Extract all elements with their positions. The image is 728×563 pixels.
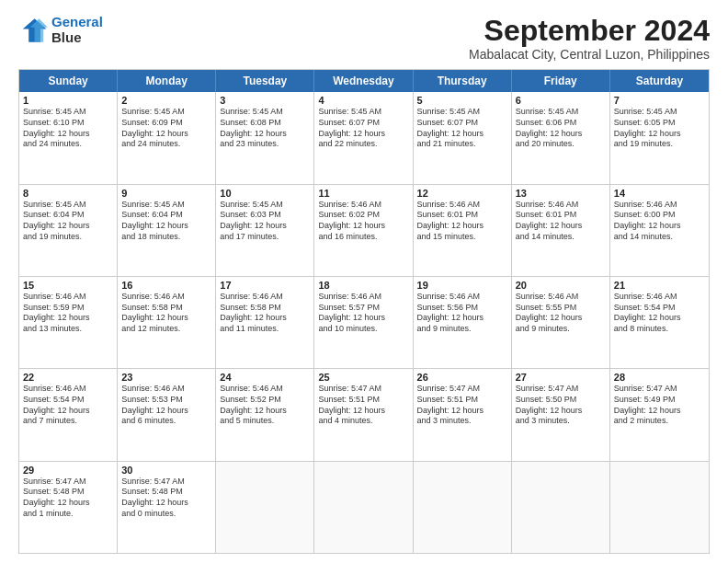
- calendar-cell: 20Sunrise: 5:46 AM Sunset: 5:55 PM Dayli…: [512, 277, 610, 368]
- day-number: 25: [318, 372, 408, 383]
- calendar-cell: 19Sunrise: 5:46 AM Sunset: 5:56 PM Dayli…: [414, 277, 512, 368]
- cell-info: Sunrise: 5:45 AM Sunset: 6:06 PM Dayligh…: [516, 107, 606, 150]
- calendar-row-4: 22Sunrise: 5:46 AM Sunset: 5:54 PM Dayli…: [19, 368, 709, 460]
- calendar-cell: 9Sunrise: 5:45 AM Sunset: 6:04 PM Daylig…: [118, 185, 216, 276]
- day-number: 23: [121, 372, 211, 383]
- day-number: 28: [614, 372, 705, 383]
- page-subtitle: Mabalacat City, Central Luzon, Philippin…: [469, 47, 710, 62]
- day-number: 24: [220, 372, 310, 383]
- cell-info: Sunrise: 5:46 AM Sunset: 5:57 PM Dayligh…: [318, 292, 408, 335]
- calendar-cell: 15Sunrise: 5:46 AM Sunset: 5:59 PM Dayli…: [19, 277, 118, 368]
- calendar-cell: 11Sunrise: 5:46 AM Sunset: 6:02 PM Dayli…: [314, 185, 413, 276]
- calendar-cell: 17Sunrise: 5:46 AM Sunset: 5:58 PM Dayli…: [216, 277, 314, 368]
- calendar-cell: 22Sunrise: 5:46 AM Sunset: 5:54 PM Dayli…: [19, 369, 118, 460]
- cell-info: Sunrise: 5:46 AM Sunset: 6:01 PM Dayligh…: [516, 200, 606, 243]
- cell-info: Sunrise: 5:45 AM Sunset: 6:04 PM Dayligh…: [121, 200, 211, 243]
- cell-info: Sunrise: 5:46 AM Sunset: 5:58 PM Dayligh…: [220, 292, 310, 335]
- calendar-cell: 1Sunrise: 5:45 AM Sunset: 6:10 PM Daylig…: [19, 92, 118, 183]
- calendar-cell: [314, 462, 413, 553]
- day-number: 20: [516, 280, 606, 291]
- calendar-cell: 4Sunrise: 5:45 AM Sunset: 6:07 PM Daylig…: [314, 92, 413, 183]
- day-number: 16: [121, 280, 211, 291]
- day-number: 14: [614, 188, 705, 199]
- day-number: 27: [516, 372, 606, 383]
- calendar-cell: 18Sunrise: 5:46 AM Sunset: 5:57 PM Dayli…: [314, 277, 413, 368]
- day-number: 1: [23, 95, 113, 106]
- day-number: 2: [121, 95, 211, 106]
- header-day-saturday: Saturday: [610, 70, 709, 92]
- day-number: 29: [23, 465, 113, 476]
- calendar-cell: 8Sunrise: 5:45 AM Sunset: 6:04 PM Daylig…: [19, 185, 118, 276]
- cell-info: Sunrise: 5:45 AM Sunset: 6:05 PM Dayligh…: [614, 107, 705, 150]
- calendar-cell: [610, 462, 709, 553]
- calendar-cell: 5Sunrise: 5:45 AM Sunset: 6:07 PM Daylig…: [414, 92, 512, 183]
- cell-info: Sunrise: 5:46 AM Sunset: 5:52 PM Dayligh…: [220, 384, 310, 427]
- page: General Blue September 2024 Mabalacat Ci…: [0, 0, 728, 563]
- calendar-cell: 29Sunrise: 5:47 AM Sunset: 5:48 PM Dayli…: [19, 462, 118, 553]
- header-day-tuesday: Tuesday: [216, 70, 314, 92]
- calendar-row-2: 8Sunrise: 5:45 AM Sunset: 6:04 PM Daylig…: [19, 184, 709, 276]
- day-number: 6: [516, 95, 606, 106]
- calendar-cell: 13Sunrise: 5:46 AM Sunset: 6:01 PM Dayli…: [512, 185, 610, 276]
- calendar-header: SundayMondayTuesdayWednesdayThursdayFrid…: [19, 70, 709, 92]
- cell-info: Sunrise: 5:46 AM Sunset: 5:58 PM Dayligh…: [121, 292, 211, 335]
- day-number: 12: [417, 188, 507, 199]
- calendar-cell: 7Sunrise: 5:45 AM Sunset: 6:05 PM Daylig…: [610, 92, 709, 183]
- cell-info: Sunrise: 5:45 AM Sunset: 6:09 PM Dayligh…: [121, 107, 211, 150]
- calendar-cell: 2Sunrise: 5:45 AM Sunset: 6:09 PM Daylig…: [118, 92, 216, 183]
- day-number: 7: [614, 95, 705, 106]
- calendar-cell: [414, 462, 512, 553]
- calendar-cell: [216, 462, 314, 553]
- logo-text: General Blue: [51, 15, 103, 45]
- cell-info: Sunrise: 5:46 AM Sunset: 6:00 PM Dayligh…: [614, 200, 705, 243]
- cell-info: Sunrise: 5:46 AM Sunset: 5:54 PM Dayligh…: [614, 292, 705, 335]
- day-number: 3: [220, 95, 310, 106]
- cell-info: Sunrise: 5:45 AM Sunset: 6:07 PM Dayligh…: [417, 107, 507, 150]
- cell-info: Sunrise: 5:47 AM Sunset: 5:51 PM Dayligh…: [318, 384, 408, 427]
- cell-info: Sunrise: 5:47 AM Sunset: 5:49 PM Dayligh…: [614, 384, 705, 427]
- calendar-row-3: 15Sunrise: 5:46 AM Sunset: 5:59 PM Dayli…: [19, 276, 709, 368]
- calendar-cell: 27Sunrise: 5:47 AM Sunset: 5:50 PM Dayli…: [512, 369, 610, 460]
- header: General Blue September 2024 Mabalacat Ci…: [18, 15, 710, 62]
- header-day-sunday: Sunday: [19, 70, 118, 92]
- cell-info: Sunrise: 5:45 AM Sunset: 6:08 PM Dayligh…: [220, 107, 310, 150]
- day-number: 8: [23, 188, 113, 199]
- day-number: 19: [417, 280, 507, 291]
- cell-info: Sunrise: 5:45 AM Sunset: 6:04 PM Dayligh…: [23, 200, 113, 243]
- header-day-friday: Friday: [512, 70, 610, 92]
- calendar: SundayMondayTuesdayWednesdayThursdayFrid…: [18, 69, 710, 554]
- header-day-thursday: Thursday: [414, 70, 512, 92]
- day-number: 15: [23, 280, 113, 291]
- calendar-cell: 10Sunrise: 5:45 AM Sunset: 6:03 PM Dayli…: [216, 185, 314, 276]
- cell-info: Sunrise: 5:46 AM Sunset: 5:53 PM Dayligh…: [121, 384, 211, 427]
- cell-info: Sunrise: 5:46 AM Sunset: 5:59 PM Dayligh…: [23, 292, 113, 335]
- calendar-cell: 21Sunrise: 5:46 AM Sunset: 5:54 PM Dayli…: [610, 277, 709, 368]
- header-day-wednesday: Wednesday: [314, 70, 413, 92]
- cell-info: Sunrise: 5:46 AM Sunset: 5:54 PM Dayligh…: [23, 384, 113, 427]
- cell-info: Sunrise: 5:45 AM Sunset: 6:07 PM Dayligh…: [318, 107, 408, 150]
- day-number: 13: [516, 188, 606, 199]
- day-number: 26: [417, 372, 507, 383]
- logo: General Blue: [18, 15, 103, 45]
- calendar-cell: 3Sunrise: 5:45 AM Sunset: 6:08 PM Daylig…: [216, 92, 314, 183]
- day-number: 11: [318, 188, 408, 199]
- cell-info: Sunrise: 5:46 AM Sunset: 5:55 PM Dayligh…: [516, 292, 606, 335]
- calendar-body: 1Sunrise: 5:45 AM Sunset: 6:10 PM Daylig…: [19, 92, 709, 553]
- calendar-cell: 28Sunrise: 5:47 AM Sunset: 5:49 PM Dayli…: [610, 369, 709, 460]
- calendar-cell: 23Sunrise: 5:46 AM Sunset: 5:53 PM Dayli…: [118, 369, 216, 460]
- day-number: 10: [220, 188, 310, 199]
- day-number: 30: [121, 465, 211, 476]
- cell-info: Sunrise: 5:45 AM Sunset: 6:03 PM Dayligh…: [220, 200, 310, 243]
- cell-info: Sunrise: 5:46 AM Sunset: 5:56 PM Dayligh…: [417, 292, 507, 335]
- logo-icon: [18, 16, 48, 45]
- cell-info: Sunrise: 5:45 AM Sunset: 6:10 PM Dayligh…: [23, 107, 113, 150]
- calendar-cell: [512, 462, 610, 553]
- cell-info: Sunrise: 5:47 AM Sunset: 5:48 PM Dayligh…: [121, 477, 211, 520]
- day-number: 22: [23, 372, 113, 383]
- title-block: September 2024 Mabalacat City, Central L…: [469, 15, 710, 62]
- calendar-cell: 25Sunrise: 5:47 AM Sunset: 5:51 PM Dayli…: [314, 369, 413, 460]
- header-day-monday: Monday: [118, 70, 216, 92]
- calendar-row-1: 1Sunrise: 5:45 AM Sunset: 6:10 PM Daylig…: [19, 92, 709, 183]
- cell-info: Sunrise: 5:47 AM Sunset: 5:48 PM Dayligh…: [23, 477, 113, 520]
- calendar-cell: 16Sunrise: 5:46 AM Sunset: 5:58 PM Dayli…: [118, 277, 216, 368]
